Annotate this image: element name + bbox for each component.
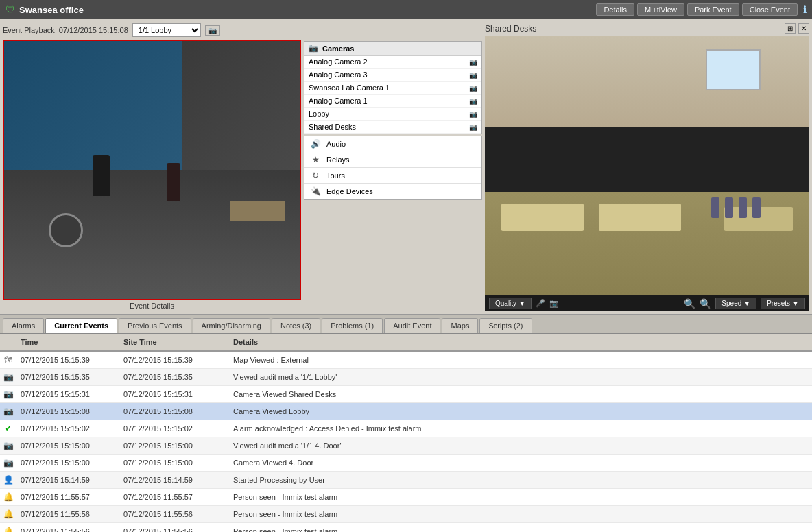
zoom-in-icon[interactable]: 🔍 — [684, 298, 695, 309]
close-event-button[interactable]: Close Event — [742, 3, 798, 16]
row-details: Person seen - Immix test alarm — [229, 492, 812, 503]
section-edge-devices[interactable]: 🔌Edge Devices — [304, 184, 481, 200]
upper-section: Event Playback 07/12/2015 15:15:08 1/1 L… — [0, 19, 812, 314]
table-row[interactable]: 🔔 07/12/2015 11:55:56 07/12/2015 11:55:5… — [0, 506, 812, 523]
event-playback-label: Event Playback — [3, 26, 55, 34]
park-event-button[interactable]: Park Event — [687, 3, 739, 16]
office-desk-1 — [501, 204, 584, 231]
row-details: Camera Viewed 4. Door — [229, 457, 812, 468]
tab-arming_disarming[interactable]: Arming/Disarming — [193, 318, 270, 332]
row-icon-cell: 🔔 — [0, 525, 16, 532]
row-icon-cell: 📷 — [0, 457, 16, 469]
video-controls: ▶ ⬛ 00:15 00:21 — [4, 299, 300, 300]
camera-list-item[interactable]: Analog Camera 2📷 — [304, 56, 481, 69]
tab-scripts[interactable]: Scripts (2) — [479, 318, 532, 332]
shared-desks-header: Shared Desks ⊞ ✕ — [485, 22, 809, 36]
alarm-icon: 🔔 — [3, 509, 14, 519]
row-details: Alarm acknowledged : Access Denied - Imm… — [229, 423, 812, 434]
speed-btn[interactable]: Speed ▼ — [715, 298, 756, 309]
table-row[interactable]: 🗺 07/12/2015 15:15:39 07/12/2015 15:15:3… — [0, 352, 812, 369]
row-icon-cell: 👤 — [0, 474, 16, 486]
snapshot-button[interactable]: 📷 — [205, 25, 220, 36]
section-audio[interactable]: 🔊Audio — [304, 136, 481, 152]
grid-icon-btn[interactable]: ⊞ — [785, 23, 796, 34]
camera-red-icon: 📷 — [3, 407, 14, 416]
quality-btn[interactable]: Quality ▼ — [489, 298, 532, 309]
row-icon-cell: ✓ — [0, 422, 16, 435]
row-site-time: 07/12/2015 15:15:31 — [119, 389, 229, 400]
top-bar: 🛡 Swansea office Details MultiView Park … — [0, 0, 812, 19]
row-time: 07/12/2015 15:15:31 — [16, 389, 119, 400]
snapshot-cam-icon[interactable]: 📷 — [549, 299, 559, 308]
row-icon-cell: 🔔 — [0, 491, 16, 503]
speed-label: Speed — [721, 300, 741, 307]
multiview-button[interactable]: MultiView — [637, 3, 684, 16]
row-site-time: 07/12/2015 11:55:57 — [119, 492, 229, 503]
section-tours[interactable]: ↻Tours — [304, 168, 481, 184]
col-details-header: Details — [229, 337, 812, 348]
camera-name: Lobby — [309, 110, 329, 118]
row-time: 07/12/2015 15:15:39 — [16, 354, 119, 365]
row-details: Camera Viewed Lobby — [229, 406, 812, 417]
tab-audit_event[interactable]: Audit Event — [384, 318, 440, 332]
row-details: Map Viewed : External — [229, 354, 812, 365]
presets-btn[interactable]: Presets ▼ — [761, 298, 805, 309]
close-panel-btn[interactable]: ✕ — [798, 23, 809, 34]
section-relays[interactable]: ★Relays — [304, 152, 481, 168]
row-details: Started Processing by User — [229, 474, 812, 485]
camera-item-icon: 📷 — [469, 123, 477, 131]
presets-label: Presets — [767, 300, 790, 307]
camera-name: Analog Camera 1 — [309, 97, 368, 105]
table-row[interactable]: 📷 07/12/2015 15:15:31 07/12/2015 15:15:3… — [0, 386, 812, 403]
video-background — [4, 41, 300, 299]
row-time: 07/12/2015 15:15:08 — [16, 406, 119, 417]
info-icon[interactable]: ℹ — [803, 4, 807, 15]
table-row[interactable]: 📷 07/12/2015 15:15:00 07/12/2015 15:15:0… — [0, 455, 812, 472]
camera-list-item[interactable]: Lobby📷 — [304, 108, 481, 121]
mic-icon[interactable]: 🎤 — [536, 299, 545, 308]
table-header: Time Site Time Details — [0, 334, 812, 352]
quality-dropdown-icon: ▼ — [518, 300, 525, 307]
row-site-time: 07/12/2015 15:15:35 — [119, 372, 229, 383]
tab-maps[interactable]: Maps — [442, 318, 478, 332]
row-icon-cell: 📷 — [0, 371, 16, 383]
tab-notes[interactable]: Notes (3) — [272, 318, 320, 332]
table-row[interactable]: 📷 07/12/2015 15:15:00 07/12/2015 15:15:0… — [0, 437, 812, 455]
row-time: 07/12/2015 15:15:00 — [16, 440, 119, 451]
lobby-floor — [4, 170, 300, 299]
speed-dropdown-icon: ▼ — [743, 300, 750, 307]
col-site-time-header: Site Time — [119, 337, 229, 348]
right-panel: Shared Desks ⊞ ✕ — [485, 22, 809, 311]
table-row[interactable]: 👤 07/12/2015 15:14:59 07/12/2015 15:14:5… — [0, 472, 812, 489]
camera-list-item[interactable]: Analog Camera 1📷 — [304, 95, 481, 108]
camera-list-item[interactable]: Swansea Lab Camera 1📷 — [304, 82, 481, 95]
zoom-out-icon[interactable]: 🔍 — [700, 298, 711, 309]
col-icon-header — [0, 337, 16, 348]
camera-list-item[interactable]: Shared Desks📷 — [304, 121, 481, 134]
row-site-time: 07/12/2015 15:15:08 — [119, 406, 229, 417]
row-site-time: 07/12/2015 15:15:00 — [119, 440, 229, 451]
table-row[interactable]: ✓ 07/12/2015 15:15:02 07/12/2015 15:15:0… — [0, 420, 812, 437]
camera-select[interactable]: 1/1 Lobby — [132, 23, 201, 37]
camera-controls-bar: Quality ▼ 🎤 📷 🔍 🔍 Speed ▼ Presets ▼ — [485, 295, 809, 311]
row-time: 07/12/2015 15:14:59 — [16, 474, 119, 485]
details-button[interactable]: Details — [596, 3, 634, 16]
tab-previous_events[interactable]: Previous Events — [119, 318, 191, 332]
table-row[interactable]: 🔔 07/12/2015 11:55:57 07/12/2015 11:55:5… — [0, 489, 812, 506]
table-row[interactable]: 📷 07/12/2015 15:15:08 07/12/2015 15:15:0… — [0, 403, 812, 420]
tab-current_events[interactable]: Current Events — [45, 318, 117, 332]
shared-desks-title: Shared Desks — [485, 24, 536, 34]
tab-alarms[interactable]: Alarms — [3, 318, 44, 332]
camera-list-item[interactable]: Analog Camera 3📷 — [304, 69, 481, 82]
camera-name: Shared Desks — [309, 123, 356, 131]
user-icon: 👤 — [3, 475, 14, 485]
camera-panel-header: 📷 Cameras — [304, 42, 481, 56]
camera-item-icon: 📷 — [469, 58, 477, 66]
map-icon: 🗺 — [4, 355, 12, 365]
camera-off-icon: 📷 — [3, 372, 14, 382]
table-row[interactable]: 📷 07/12/2015 15:15:35 07/12/2015 15:15:3… — [0, 369, 812, 386]
row-icon-cell: 📷 — [0, 405, 16, 418]
table-row[interactable]: 🔔 07/12/2015 11:55:56 07/12/2015 11:55:5… — [0, 523, 812, 532]
middle-panel: 📷 Cameras Analog Camera 2📷Analog Camera … — [304, 22, 482, 311]
tab-problems[interactable]: Problems (1) — [322, 318, 383, 332]
